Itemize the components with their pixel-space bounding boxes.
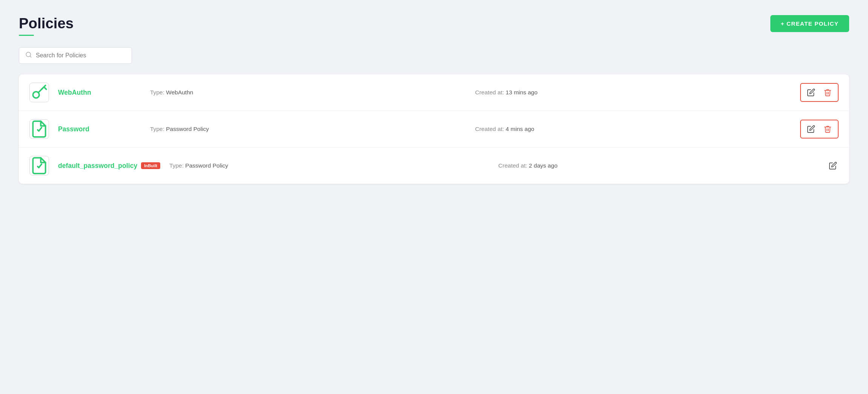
policy-row: WebAuthnType: WebAuthnCreated at: 13 min… [19, 74, 849, 111]
policy-actions [800, 120, 839, 139]
search-icon [25, 51, 32, 60]
policy-type: Type: Password Policy [150, 126, 466, 132]
search-wrap [19, 47, 849, 64]
policy-icon-3 [29, 156, 49, 175]
delete-policy-button[interactable] [822, 123, 833, 135]
svg-point-2 [33, 92, 39, 98]
svg-line-5 [41, 88, 43, 89]
policy-type: Type: Password Policy [169, 162, 489, 169]
policy-created: Created at: 13 mins ago [475, 89, 791, 96]
policy-list: WebAuthnType: WebAuthnCreated at: 13 min… [19, 74, 849, 184]
page-title-wrap: Policies [19, 15, 74, 36]
policy-name: Password [58, 125, 141, 133]
page-header: Policies + CREATE POLICY [19, 15, 849, 36]
edit-policy-button[interactable] [827, 160, 839, 171]
policy-type: Type: WebAuthn [150, 89, 466, 96]
edit-policy-button[interactable] [805, 123, 817, 135]
page-title: Policies [19, 15, 74, 32]
title-underline [19, 35, 34, 36]
search-input[interactable] [36, 52, 126, 59]
policy-name: WebAuthn [58, 89, 141, 97]
policy-name: default_password_policyInBuilt [58, 162, 160, 170]
search-box [19, 47, 132, 64]
policy-icon-1 [29, 83, 49, 102]
policy-actions [827, 160, 839, 171]
policy-icon-2 [29, 119, 49, 139]
edit-policy-button[interactable] [805, 87, 817, 98]
policy-row: default_password_policyInBuiltType: Pass… [19, 148, 849, 184]
policy-created: Created at: 2 days ago [498, 162, 818, 169]
svg-line-4 [44, 87, 46, 89]
svg-line-1 [30, 56, 31, 57]
create-policy-button[interactable]: + CREATE POLICY [770, 15, 849, 32]
inbuilt-badge: InBuilt [141, 162, 160, 169]
policy-row: PasswordType: Password PolicyCreated at:… [19, 111, 849, 148]
policy-actions [800, 83, 839, 102]
policy-created: Created at: 4 mins ago [475, 126, 791, 132]
delete-policy-button[interactable] [822, 87, 833, 98]
